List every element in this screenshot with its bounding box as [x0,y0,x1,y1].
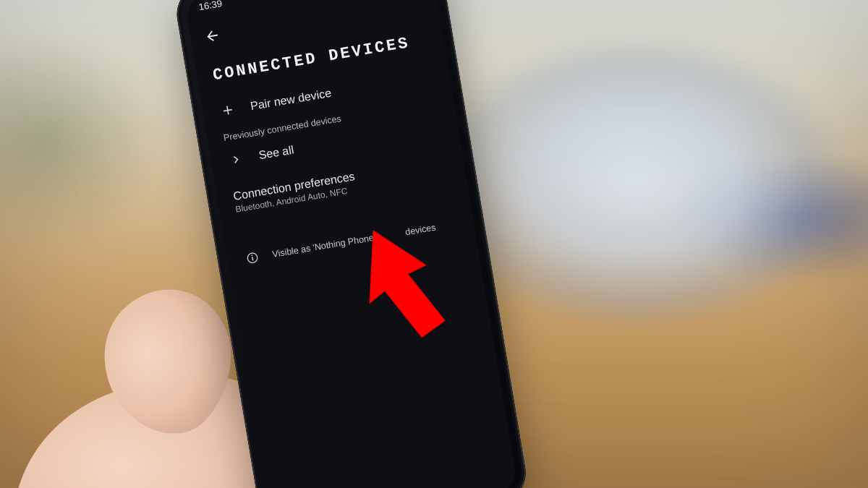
plus-icon [218,102,237,119]
phone-screen: 16:39 75% [184,0,519,488]
visibility-text: Visible as 'Nothing Phone (XXXX devices [272,223,437,260]
chevron-right-icon [226,152,246,168]
stage: 16:39 75% [0,0,868,488]
arrow-left-icon [203,27,221,45]
back-button[interactable] [196,20,229,53]
pair-new-device-label: Pair new device [250,87,332,113]
phone-frame: 16:39 75% [172,0,530,488]
svg-rect-1 [252,257,253,260]
info-icon [243,250,263,266]
svg-rect-2 [252,254,253,256]
status-time: 16:39 [197,0,223,12]
see-all-label: See all [258,143,294,162]
